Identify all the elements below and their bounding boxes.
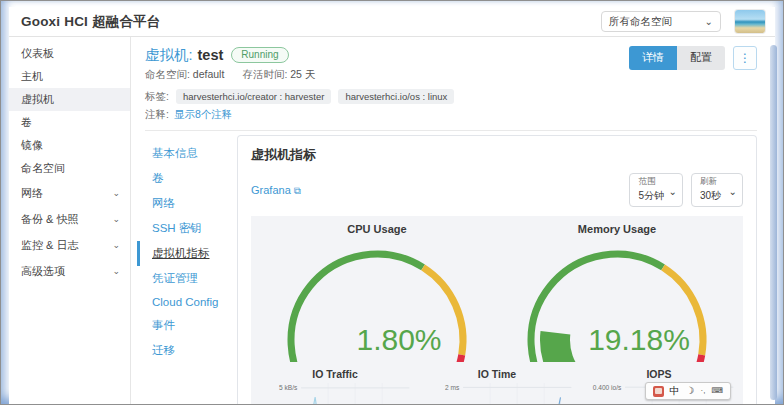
chevron-down-icon: ⌄ bbox=[669, 186, 677, 197]
details-button[interactable]: 详情 bbox=[629, 46, 677, 69]
sidebar: 仪表板 主机 虚拟机 卷 镜像 命名空间 网络⌄ 备份 & 快照⌄ 监控 & 日… bbox=[9, 37, 131, 404]
ime-keyboard-icon[interactable]: ⌨ bbox=[711, 387, 723, 395]
resource-meta: 命名空间: default 存活时间: 25 天 bbox=[145, 68, 759, 82]
chevron-down-icon: ⌄ bbox=[112, 188, 120, 198]
memory-usage-gauge-panel: Memory Usage 19.18% bbox=[497, 220, 737, 362]
refresh-select[interactable]: 刷新 30秒 ⌄ bbox=[691, 173, 743, 207]
sidebar-item-networks[interactable]: 网络⌄ bbox=[9, 180, 130, 206]
io-time-chart-panel: IO Time 2 ms1.50 ms1 ms bbox=[419, 366, 575, 405]
app-window: Gooxi HCI 超融合平台 所有命名空间 ⌄ 仪表板 主机 虚拟机 卷 镜像… bbox=[9, 7, 775, 404]
range-select[interactable]: 范围 5分钟 ⌄ bbox=[629, 173, 683, 207]
avatar[interactable] bbox=[735, 10, 765, 33]
namespace-filter-value: 所有命名空间 bbox=[609, 15, 672, 29]
chart-title: IO Traffic bbox=[257, 366, 413, 383]
tab-ssh-keys[interactable]: SSH 密钥 bbox=[137, 216, 237, 241]
chevron-down-icon: ⌄ bbox=[112, 240, 120, 250]
chevron-down-icon: ⌄ bbox=[112, 214, 120, 224]
chart-title: IOPS bbox=[581, 366, 737, 383]
svg-text:5 kB/s: 5 kB/s bbox=[279, 384, 298, 391]
tab-vm-metrics[interactable]: 虚拟机指标 bbox=[137, 241, 237, 266]
sidebar-item-virtual-machines[interactable]: 虚拟机 bbox=[9, 88, 130, 111]
namespace-value: default bbox=[193, 68, 225, 80]
app-title: Gooxi HCI 超融合平台 bbox=[21, 13, 161, 31]
config-button[interactable]: 配置 bbox=[677, 46, 725, 69]
cpu-usage-gauge: 1.80% bbox=[261, 236, 493, 362]
labels-label: 标签: bbox=[145, 90, 169, 104]
ime-fullwidth-moon-icon[interactable]: ☽ bbox=[686, 386, 695, 396]
chevron-down-icon: ⌄ bbox=[112, 266, 120, 276]
chart-title: IO Time bbox=[419, 366, 575, 383]
metrics-panel: CPU Usage 1.80% Memory Usage 19.18% bbox=[251, 216, 743, 405]
ime-language-icon[interactable]: 中 bbox=[670, 386, 680, 396]
resource-type: 虚拟机: bbox=[145, 46, 193, 65]
memory-usage-gauge: 19.18% bbox=[501, 236, 733, 362]
vertical-scrollbar[interactable] bbox=[770, 45, 777, 400]
status-badge: Running bbox=[231, 47, 288, 63]
svg-text:2 ms: 2 ms bbox=[445, 384, 460, 391]
sidebar-item-backup-snapshot[interactable]: 备份 & 快照⌄ bbox=[9, 206, 130, 232]
grafana-link[interactable]: Grafana⧉ bbox=[251, 184, 301, 197]
io-traffic-chart-panel: IO Traffic 5 kB/s4 kB/s3 kB/s bbox=[257, 366, 413, 405]
metrics-card: 虚拟机指标 Grafana⧉ 范围 5分钟 ⌄ bbox=[237, 135, 757, 404]
annotations-row: 注释: 显示8个注释 bbox=[131, 104, 775, 122]
io-time-chart: 2 ms1.50 ms1 ms bbox=[419, 383, 575, 405]
tab-volumes[interactable]: 卷 bbox=[137, 166, 237, 191]
sidebar-item-volumes[interactable]: 卷 bbox=[9, 111, 130, 134]
more-actions-button[interactable]: ⋮ bbox=[733, 46, 757, 70]
io-traffic-chart: 5 kB/s4 kB/s3 kB/s bbox=[257, 383, 413, 405]
chart-title: CPU Usage bbox=[257, 220, 497, 236]
show-annotations-link[interactable]: 显示8个注释 bbox=[174, 108, 232, 122]
refresh-value: 30秒 bbox=[700, 189, 724, 203]
metrics-title: 虚拟机指标 bbox=[251, 146, 743, 164]
page-title: test bbox=[198, 47, 224, 63]
more-vertical-icon: ⋮ bbox=[739, 51, 751, 65]
external-link-icon: ⧉ bbox=[294, 185, 301, 196]
sidebar-item-dashboard[interactable]: 仪表板 bbox=[9, 42, 130, 65]
svg-text:19.18%: 19.18% bbox=[588, 323, 690, 356]
main-content: 虚拟机: test Running 命名空间: default 存活时间: 25… bbox=[131, 37, 775, 404]
tab-basic-info[interactable]: 基本信息 bbox=[137, 141, 237, 166]
label-chip: harvesterhci.io/os : linux bbox=[338, 89, 454, 104]
svg-text:1.80%: 1.80% bbox=[356, 323, 441, 356]
range-label: 范围 bbox=[638, 176, 664, 188]
top-header: Gooxi HCI 超融合平台 所有命名空间 ⌄ bbox=[9, 7, 775, 37]
tab-events[interactable]: 事件 bbox=[137, 313, 237, 338]
labels-row: 标签: harvesterhci.io/creator : harvester … bbox=[131, 82, 775, 104]
sidebar-item-advanced[interactable]: 高级选项⌄ bbox=[9, 258, 130, 284]
age-value: 25 天 bbox=[290, 68, 315, 80]
page-head: 虚拟机: test Running 命名空间: default 存活时间: 25… bbox=[131, 37, 775, 82]
ime-punctuation-icon[interactable]: ·, bbox=[701, 387, 706, 395]
sidebar-item-namespaces[interactable]: 命名空间 bbox=[9, 157, 130, 180]
screenshot-frame: Gooxi HCI 超融合平台 所有命名空间 ⌄ 仪表板 主机 虚拟机 卷 镜像… bbox=[0, 0, 784, 405]
cpu-usage-gauge-panel: CPU Usage 1.80% bbox=[257, 220, 497, 362]
refresh-label: 刷新 bbox=[700, 176, 724, 188]
detail-tabs: 基本信息 卷 网络 SSH 密钥 虚拟机指标 凭证管理 Cloud Config… bbox=[137, 135, 237, 404]
label-chip: harvesterhci.io/creator : harvester bbox=[176, 89, 332, 104]
sidebar-item-images[interactable]: 镜像 bbox=[9, 134, 130, 157]
annotations-label: 注释: bbox=[145, 108, 169, 122]
svg-text:0.400 io/s: 0.400 io/s bbox=[593, 383, 622, 390]
sidebar-item-hosts[interactable]: 主机 bbox=[9, 65, 130, 88]
sidebar-item-monitoring-logs[interactable]: 监控 & 日志⌄ bbox=[9, 232, 130, 258]
head-actions: 详情 配置 ⋮ bbox=[629, 46, 757, 70]
chevron-down-icon: ⌄ bbox=[705, 17, 713, 27]
range-value: 5分钟 bbox=[638, 189, 664, 203]
chart-title: Memory Usage bbox=[497, 220, 737, 236]
chevron-down-icon: ⌄ bbox=[729, 186, 737, 197]
namespace-filter-select[interactable]: 所有命名空间 ⌄ bbox=[601, 11, 721, 32]
tab-cloud-config[interactable]: Cloud Config bbox=[137, 291, 237, 313]
tab-networks[interactable]: 网络 bbox=[137, 191, 237, 216]
ime-language-bar: 中 ☽ ·, ⌨ bbox=[645, 382, 731, 400]
tab-migration[interactable]: 迁移 bbox=[137, 338, 237, 363]
ime-input-mode-icon[interactable] bbox=[653, 386, 664, 397]
tab-credentials[interactable]: 凭证管理 bbox=[137, 266, 237, 291]
